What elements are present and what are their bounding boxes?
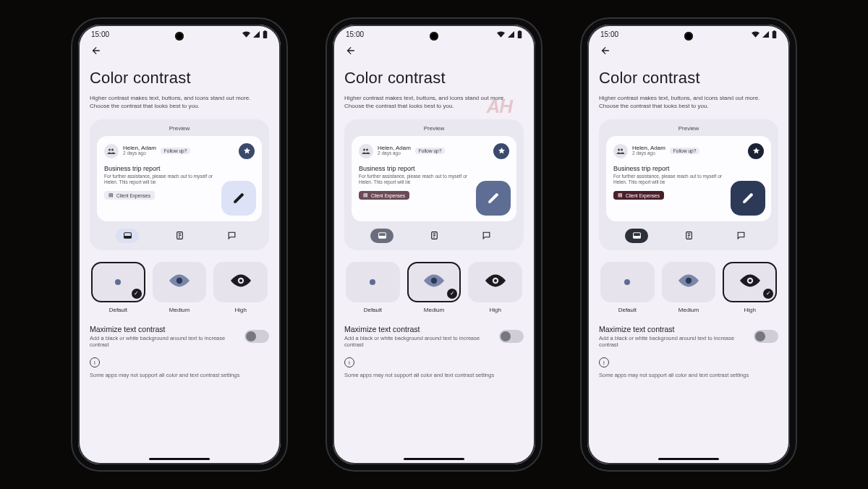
- email-preview-card: Helen, Adam 2 days ago Follow up? Busine…: [606, 136, 771, 221]
- maximize-toggle[interactable]: [244, 330, 269, 343]
- contrast-option-high[interactable]: ✓ High: [468, 262, 522, 313]
- svg-point-2: [109, 148, 111, 150]
- phone-frame: 15:00 Color contrast Higher contrast mak…: [582, 19, 796, 470]
- avatar: [104, 144, 119, 158]
- maximize-toggle[interactable]: [499, 330, 524, 343]
- document-icon: ▤: [109, 192, 114, 198]
- eye-icon: [624, 279, 630, 285]
- follow-up-chip[interactable]: Follow up?: [161, 148, 190, 154]
- eye-icon: [485, 274, 506, 290]
- star-button[interactable]: [493, 143, 509, 159]
- tab-chat[interactable]: [729, 229, 752, 243]
- svg-point-12: [363, 148, 365, 150]
- attachment-name: Client Expenses: [626, 193, 660, 198]
- maximize-toggle[interactable]: [754, 330, 778, 343]
- maximize-contrast-row: Maximize text contrast Add a black or wh…: [344, 325, 524, 349]
- tab-chat[interactable]: [475, 229, 498, 243]
- preview-section: Preview Helen, Adam 2 days ago Follow up…: [90, 119, 269, 250]
- check-icon: ✓: [763, 289, 773, 299]
- svg-point-9: [239, 278, 242, 281]
- sent-ago: 2 days ago: [632, 151, 665, 156]
- email-body: For further assistance, please reach out…: [613, 174, 722, 186]
- tab-chat[interactable]: [220, 229, 243, 243]
- contrast-picker: ✓ Default ✓ Medium ✓ High: [600, 262, 777, 313]
- wifi-icon: [242, 31, 250, 38]
- svg-point-13: [366, 148, 368, 150]
- page-title: Color contrast: [599, 69, 778, 88]
- tab-docs[interactable]: [168, 229, 191, 243]
- compose-fab[interactable]: [731, 181, 765, 216]
- home-indicator[interactable]: [149, 458, 210, 460]
- tab-inbox[interactable]: [116, 229, 139, 243]
- back-button[interactable]: [599, 41, 778, 64]
- contrast-option-medium[interactable]: ✓ Medium: [407, 262, 461, 313]
- maximize-desc: Add a black or white background around t…: [90, 335, 239, 349]
- attachment-chip[interactable]: ▤ Client Expenses: [613, 191, 664, 200]
- follow-up-chip[interactable]: Follow up?: [670, 148, 699, 154]
- compose-fab[interactable]: [221, 181, 256, 216]
- info-icon[interactable]: i: [344, 357, 354, 367]
- star-button[interactable]: [239, 143, 255, 159]
- attachment-chip[interactable]: ▤ Client Expenses: [359, 191, 409, 200]
- preview-section: Preview Helen, Adam 2 days ago Follow up…: [599, 119, 778, 250]
- svg-point-17: [431, 277, 437, 283]
- preview-section: Preview Helen, Adam 2 days ago Follow up…: [344, 119, 524, 250]
- eye-icon: [169, 274, 190, 290]
- status-time: 15:00: [91, 30, 109, 38]
- attachment-chip[interactable]: ▤ Client Expenses: [104, 191, 155, 200]
- contrast-picker: ✓ Default ✓ Medium ✓ High: [346, 262, 522, 313]
- contrast-option-default[interactable]: ✓ Default: [91, 262, 145, 313]
- footer-note: Some apps may not support all color and …: [344, 372, 524, 378]
- svg-point-29: [749, 278, 752, 281]
- email-preview-card: Helen, Adam 2 days ago Follow up? Busine…: [97, 136, 262, 221]
- svg-point-22: [618, 148, 620, 150]
- contrast-option-medium[interactable]: ✓ Medium: [662, 262, 716, 313]
- option-label: Medium: [153, 307, 207, 313]
- maximize-desc: Add a black or white background around t…: [599, 335, 748, 349]
- contrast-option-default[interactable]: ✓ Default: [600, 262, 655, 313]
- preview-label: Preview: [606, 125, 771, 132]
- status-time: 15:00: [600, 30, 618, 38]
- svg-rect-20: [773, 31, 777, 38]
- avatar: [359, 144, 373, 158]
- back-button[interactable]: [90, 41, 269, 64]
- option-label: High: [723, 307, 777, 313]
- contrast-option-medium[interactable]: ✓ Medium: [153, 262, 207, 313]
- contrast-option-high[interactable]: ✓ High: [723, 262, 777, 313]
- page-subtitle: Higher contrast makes text, buttons, and…: [599, 95, 778, 111]
- phone-frame: 15:00 AH Color contrast Higher contrast …: [327, 19, 541, 470]
- follow-up-chip[interactable]: Follow up?: [415, 148, 445, 154]
- preview-tabbar: [606, 221, 771, 244]
- home-indicator[interactable]: [658, 458, 719, 460]
- svg-point-19: [494, 278, 497, 281]
- info-icon[interactable]: i: [599, 357, 609, 367]
- document-icon: ▤: [363, 192, 368, 198]
- wifi-icon: [752, 31, 760, 38]
- info-icon[interactable]: i: [90, 357, 100, 367]
- compose-fab[interactable]: [476, 181, 511, 216]
- contrast-option-high[interactable]: ✓ High: [213, 262, 268, 313]
- preview-label: Preview: [352, 125, 516, 132]
- tab-inbox[interactable]: [625, 229, 648, 243]
- tab-docs[interactable]: [677, 229, 700, 243]
- footer-note: Some apps may not support all color and …: [599, 372, 778, 378]
- battery-icon: [772, 30, 777, 38]
- back-button[interactable]: [344, 41, 524, 64]
- option-label: High: [213, 307, 268, 313]
- contrast-option-default[interactable]: ✓ Default: [346, 262, 400, 313]
- maximize-desc: Add a black or white background around t…: [344, 335, 493, 349]
- maximize-title: Maximize text contrast: [90, 325, 239, 333]
- home-indicator[interactable]: [404, 458, 464, 460]
- maximize-title: Maximize text contrast: [344, 325, 493, 333]
- svg-point-23: [621, 148, 623, 150]
- svg-rect-1: [264, 30, 265, 31]
- svg-rect-0: [263, 31, 268, 38]
- tab-inbox[interactable]: [370, 229, 393, 243]
- email-body: For further assistance, please reach out…: [359, 174, 467, 186]
- cell-signal-icon: [762, 31, 769, 38]
- eye-icon: [231, 274, 251, 290]
- footer-note: Some apps may not support all color and …: [90, 372, 269, 378]
- star-button[interactable]: [748, 143, 764, 159]
- tab-docs[interactable]: [422, 229, 446, 243]
- page-subtitle: Higher contrast makes text, buttons, and…: [90, 95, 269, 111]
